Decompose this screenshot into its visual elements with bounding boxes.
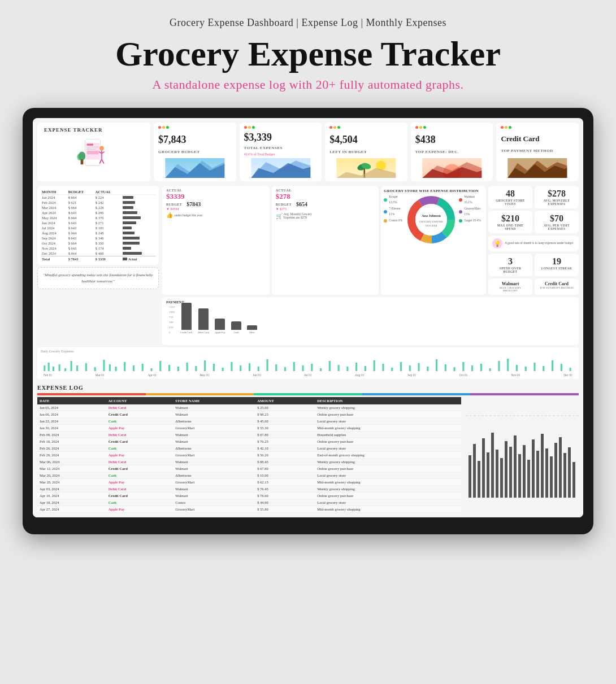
svg-rect-117 [509, 447, 512, 498]
log-row: Mar 28, 2024Apple PayGroceryMart$ 62.15M… [37, 479, 461, 486]
svg-rect-52 [94, 367, 96, 371]
svg-rect-68 [231, 362, 232, 371]
svg-rect-87 [400, 362, 402, 371]
svg-rect-94 [462, 362, 464, 371]
log-row: Jan 30, 2024Apple PayGroceryMart$ 55.30M… [37, 425, 461, 432]
svg-rect-124 [541, 434, 544, 498]
budget-label: GROCERY BUDGET [158, 150, 232, 154]
color-seg-1 [37, 393, 146, 395]
stat-row-1: 48 GROCERY STORE VISITS $278 AVG. MONTHL… [488, 186, 579, 208]
budget-row: Oct 2024$ 664$ 350 [41, 241, 155, 246]
color-seg-4 [362, 393, 471, 395]
svg-rect-2 [87, 144, 94, 146]
svg-rect-92 [445, 364, 446, 371]
mini-bar [123, 206, 133, 209]
log-table-area: DATE ACCOUNT STORE NAME AMOUNT DESCRIPTI… [37, 397, 461, 513]
color-seg-3 [254, 393, 362, 395]
mini-bar [123, 237, 140, 239]
walmart-label: MAX GROCERY BROUGHT [492, 286, 528, 292]
dot-red-5 [501, 126, 504, 129]
log-row: Feb 26, 2024CashAlbertsons$ 42.10Local g… [37, 445, 461, 452]
svg-rect-93 [454, 367, 456, 371]
svg-rect-128 [559, 437, 562, 498]
ab-under-note: under budget this year. [175, 214, 203, 217]
color-seg-2 [146, 393, 254, 395]
walmart-cc-row: Walmart MAX GROCERY BROUGHT Credit Card … [488, 278, 579, 295]
svg-rect-57 [133, 365, 135, 371]
header-subtitle: Grocery Expense Dashboard | Expense Log … [23, 17, 593, 29]
device-frame: EXPENSE TRACKER [23, 108, 593, 534]
log-col-date: DATE [37, 397, 106, 404]
device-screen: EXPENSE TRACKER [33, 118, 583, 517]
svg-rect-91 [436, 359, 437, 371]
avg-visit-value: $70 [539, 214, 575, 224]
avg-diff: ▼ $375 [276, 207, 375, 211]
cc-card: Credit Card TOP PAYMENT METHOD [535, 278, 579, 295]
svg-rect-80 [338, 365, 340, 371]
svg-rect-99 [507, 359, 509, 371]
log-col-amount: AMOUNT [255, 397, 315, 404]
log-sparkline [466, 397, 579, 513]
svg-rect-119 [518, 454, 521, 498]
svg-rect-58 [142, 364, 144, 371]
svg-rect-44 [44, 365, 45, 371]
svg-rect-120 [523, 445, 526, 498]
log-row: Apr 18, 2024CashCostco$ 44.90Local groce… [37, 499, 461, 506]
dot-yellow-2 [248, 126, 251, 129]
svg-rect-95 [471, 365, 473, 371]
dot-yellow [162, 126, 165, 129]
legend-item: Costco 8% [384, 218, 404, 224]
svg-rect-73 [275, 364, 277, 371]
kpi-card-expenses: $3,339 TOTAL EXPENSES 42.6% of Total Bud… [240, 123, 322, 181]
cc-label: TOP PAYMENT METHOD [539, 286, 575, 289]
svg-rect-121 [527, 460, 530, 498]
expenses-value: $3,339 [244, 132, 318, 143]
svg-rect-66 [213, 364, 215, 371]
quote-card: "Mindful grocery spending today sets the… [37, 267, 159, 289]
dot-green-3 [337, 126, 340, 129]
legend-color-dot [459, 198, 462, 202]
stat-row-3: 3 SPEND OVER BUDGET 19 LONGEST STREAK [488, 254, 579, 276]
main-title: Grocery Expense Tracker [23, 34, 593, 73]
svg-point-14 [77, 154, 82, 160]
kpi-row: EXPENSE TRACKER [33, 118, 583, 184]
payment-label: TOP PAYMENT METHOD [501, 149, 574, 153]
budget-row: Jan 2024$ 664$ 224 [41, 195, 155, 201]
svg-rect-114 [496, 450, 498, 498]
expense-log-section: EXPENSE LOG [33, 381, 583, 517]
ab-diff: ▼ $4504 [166, 207, 266, 211]
kpi-card-top-expense: $438 TOP EXPENSE: DEC. [411, 123, 493, 181]
left-img [329, 158, 403, 178]
streak-label: LONGEST STREAK [539, 267, 575, 270]
expense-log-header: EXPENSE LOG [37, 385, 579, 391]
budget-row: Jul 2024$ 643$ 185 [41, 225, 155, 230]
streak-value: 19 [539, 256, 575, 267]
svg-rect-77 [311, 364, 313, 371]
expense-tracker-card: EXPENSE TRACKER [37, 123, 150, 181]
mini-bar [123, 232, 135, 234]
svg-rect-110 [478, 461, 480, 498]
budget-img [158, 158, 232, 178]
payment-title: PAYMENT [166, 300, 575, 304]
legend-item: 7-Eleven 11% [384, 206, 404, 217]
mini-bar [123, 247, 131, 250]
tip-card: 💡 A good rule of thumb is to keep expens… [488, 236, 579, 251]
svg-rect-75 [293, 362, 295, 371]
spend-over-card: 3 SPEND OVER BUDGET [488, 254, 532, 276]
spend-over-value: 3 [492, 256, 528, 267]
log-row: Apr 03, 2024Debit CardWalmart$ 76.45Week… [37, 486, 461, 493]
payment-bar-group: Debit Card [198, 308, 209, 334]
donut-chart: Ana Johnson GROCERY EXPENSE TRACKER [406, 194, 457, 251]
budget-row: Apr 2024$ 643$ 296 [41, 210, 155, 215]
svg-rect-67 [222, 368, 224, 371]
mini-bar [123, 211, 137, 214]
donut-content: Kroger 13.5% 7-Eleven 11% Costco 8% [384, 194, 483, 251]
color-bar [37, 393, 579, 395]
avg-visit-card: $70 AVG. PER VISIT EXPENSES [535, 211, 579, 233]
dot-red-4 [415, 126, 418, 129]
payment-bar [215, 319, 225, 330]
visits-label: GROCERY STORE VISITS [492, 199, 528, 206]
svg-rect-78 [320, 368, 322, 371]
payment-bar-label: Debit Card [198, 331, 209, 334]
payment-bar [231, 321, 241, 330]
